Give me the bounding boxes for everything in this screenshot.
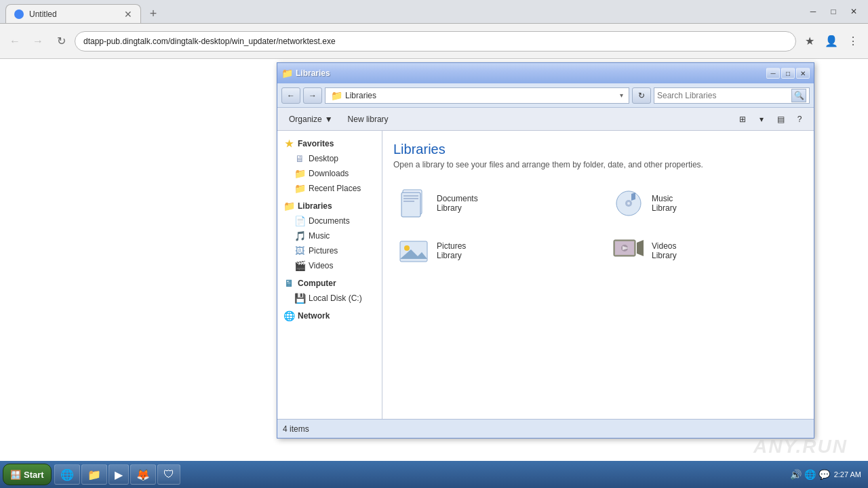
libraries-header[interactable]: 📁 Libraries: [277, 199, 382, 214]
minimize-button[interactable]: ─: [804, 5, 822, 18]
taskbar-app-explorer[interactable]: 📁: [81, 464, 107, 485]
explorer-address-dropdown-icon[interactable]: ▾: [620, 92, 623, 99]
sidebar-item-videos[interactable]: 🎬 Videos: [277, 258, 382, 273]
explorer-minimize-button[interactable]: ─: [766, 68, 780, 79]
taskbar-app-ie[interactable]: 🌐: [54, 464, 80, 485]
pictures-label: Pictures: [309, 246, 338, 256]
address-bar[interactable]: [75, 31, 796, 52]
network-section: 🌐 Network: [277, 308, 382, 323]
recent-places-icon: 📁: [294, 183, 306, 194]
sidebar-item-downloads[interactable]: 📁 Downloads: [277, 166, 382, 181]
explorer-addressbar: ← → 📁 Libraries ▾ ↻ 🔍: [277, 83, 814, 108]
preview-pane-button[interactable]: ▤: [772, 111, 789, 127]
explorer-close-button[interactable]: ✕: [796, 68, 810, 79]
organize-button[interactable]: Organize ▼: [283, 110, 339, 128]
explorer-sidebar: ★ Favorites 🖥 Desktop 📁 Downloads 📁: [277, 131, 382, 419]
new-tab-button[interactable]: +: [144, 4, 163, 23]
music-library-name: Music: [652, 194, 677, 203]
anyrun-watermark: ANY.RUN: [753, 436, 848, 458]
documents-library-type: Library: [437, 203, 478, 213]
ie-icon: 🌐: [60, 468, 74, 481]
pictures-library-text: Pictures Library: [437, 241, 466, 260]
new-library-button[interactable]: New library: [342, 110, 395, 128]
favorites-section: ★ Favorites 🖥 Desktop 📁 Downloads 📁: [277, 136, 382, 196]
network-icon: 🌐: [283, 310, 295, 321]
sidebar-item-documents[interactable]: 📄 Documents: [277, 214, 382, 228]
library-item-pictures[interactable]: Pictures Library: [393, 230, 588, 271]
content-heading: Libraries: [393, 142, 803, 157]
explorer-refresh-button[interactable]: ↻: [632, 87, 651, 104]
account-icon[interactable]: 👤: [822, 32, 841, 51]
window-controls: ─ □ ✕: [804, 5, 863, 18]
clock-time: 2:27 AM: [834, 470, 861, 479]
browser-content: 📁 Libraries ─ □ ✕ ← → 📁 Libraries ▾ ↻: [0, 59, 868, 488]
network-header[interactable]: 🌐 Network: [277, 308, 382, 323]
explorer-content: Libraries Open a library to see your fil…: [382, 131, 814, 419]
view-dropdown-button[interactable]: ▾: [753, 111, 770, 127]
explorer-toolbar: Organize ▼ New library ⊞ ▾ ▤ ?: [277, 108, 814, 131]
maximize-button[interactable]: □: [825, 5, 842, 18]
favorites-header: ★ Favorites: [277, 136, 382, 151]
library-item-documents[interactable]: Documents Library: [393, 183, 588, 224]
close-button[interactable]: ✕: [845, 5, 863, 18]
reload-button[interactable]: ↻: [52, 32, 71, 51]
favorites-label: Favorites: [298, 139, 334, 148]
tab-close-button[interactable]: ✕: [124, 9, 132, 19]
explorer-forward-button[interactable]: →: [303, 87, 322, 104]
bookmark-icon[interactable]: ★: [800, 32, 819, 51]
help-button[interactable]: ?: [791, 111, 808, 127]
downloads-icon: 📁: [294, 168, 306, 179]
library-item-videos[interactable]: Videos Library: [608, 230, 803, 271]
taskbar-app-media[interactable]: ▶: [108, 464, 129, 485]
svg-point-10: [627, 202, 630, 205]
sidebar-item-recent-places[interactable]: 📁 Recent Places: [277, 181, 382, 196]
sidebar-item-desktop[interactable]: 🖥 Desktop: [277, 151, 382, 166]
videos-library-name: Videos: [652, 241, 677, 251]
local-disk-icon: 💾: [294, 293, 306, 304]
videos-library-icon: [612, 235, 645, 267]
explorer-search-button[interactable]: 🔍: [791, 89, 806, 102]
explorer-maximize-button[interactable]: □: [781, 68, 795, 79]
back-button[interactable]: ←: [5, 32, 24, 51]
computer-header[interactable]: 🖥 Computer: [277, 276, 382, 291]
explorer-address-field[interactable]: 📁 Libraries ▾: [325, 87, 629, 104]
taskbar-app-shield[interactable]: 🛡: [157, 464, 180, 485]
videos-icon: 🎬: [294, 260, 306, 271]
documents-library-name: Documents: [437, 194, 478, 203]
explorer-search-input[interactable]: [657, 91, 791, 100]
browser-tab[interactable]: Untitled ✕: [5, 4, 141, 23]
explorer-title-icon: 📁: [281, 68, 293, 79]
desktop-label: Desktop: [309, 154, 338, 163]
svg-rect-7: [403, 201, 414, 202]
chrome-window: Untitled ✕ + ─ □ ✕ ← → ↻ ★ 👤 ⋮ 📁 Librari…: [0, 0, 868, 488]
sidebar-item-music[interactable]: 🎵 Music: [277, 228, 382, 243]
network-tray-icon[interactable]: 🌐: [804, 469, 816, 480]
explorer-main: ★ Favorites 🖥 Desktop 📁 Downloads 📁: [277, 131, 814, 419]
library-item-music[interactable]: Music Library: [608, 183, 803, 224]
browser-toolbar: ← → ↻ ★ 👤 ⋮: [0, 24, 868, 59]
forward-button[interactable]: →: [28, 32, 47, 51]
view-controls: ⊞ ▾ ▤ ?: [734, 111, 808, 127]
change-view-button[interactable]: ⊞: [734, 111, 751, 127]
organize-arrow: ▼: [325, 115, 333, 124]
explorer-win-buttons: ─ □ ✕: [766, 68, 810, 79]
firefox-icon: 🦊: [136, 468, 150, 481]
notification-icon[interactable]: 💬: [818, 469, 830, 480]
sidebar-item-local-disk[interactable]: 💾 Local Disk (C:): [277, 291, 382, 306]
title-bar: Untitled ✕ + ─ □ ✕: [0, 0, 868, 24]
menu-icon[interactable]: ⋮: [844, 32, 863, 51]
volume-icon[interactable]: 🔊: [790, 469, 802, 480]
taskbar-app-firefox[interactable]: 🦊: [130, 464, 156, 485]
favorites-star-icon: ★: [283, 138, 295, 149]
taskbar-apps: 🌐 📁 ▶ 🦊 🛡: [54, 464, 783, 485]
shield-icon: 🛡: [163, 468, 174, 481]
svg-marker-15: [637, 240, 644, 256]
explorer-back-button[interactable]: ←: [281, 87, 300, 104]
desktop-icon: 🖥: [294, 153, 306, 164]
sidebar-item-pictures[interactable]: 🖼 Pictures: [277, 243, 382, 258]
music-icon: 🎵: [294, 230, 306, 241]
documents-library-text: Documents Library: [437, 194, 478, 213]
toolbar-icons: ★ 👤 ⋮: [800, 32, 863, 51]
start-button[interactable]: 🪟 Start: [3, 464, 52, 485]
taskbar: 🪟 Start 🌐 📁 ▶ 🦊 🛡 🔊 🌐 💬: [0, 461, 868, 488]
